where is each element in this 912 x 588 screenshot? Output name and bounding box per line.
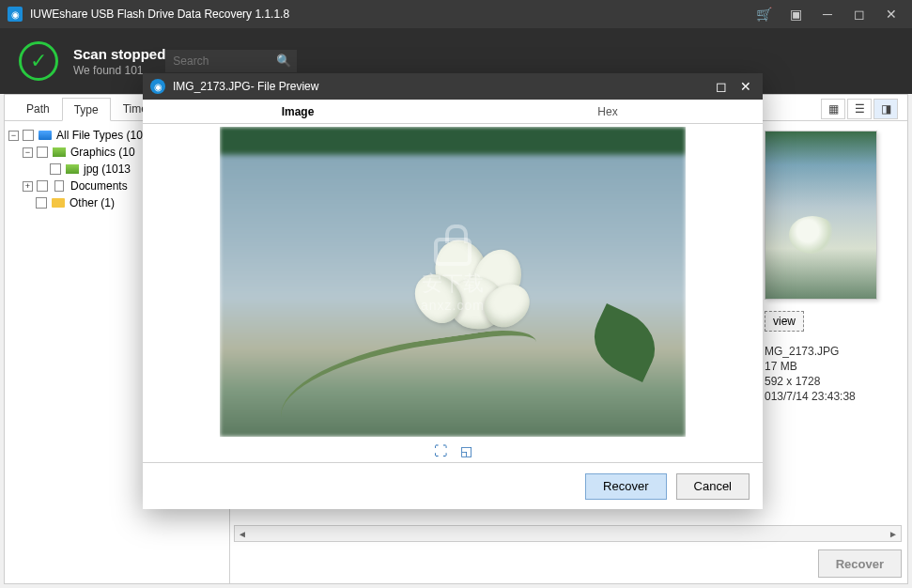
view-grid-button[interactable]: ▦ xyxy=(821,99,845,119)
view-mode-buttons: ▦ ☰ ◨ xyxy=(821,99,898,119)
tree-collapse-root[interactable]: − xyxy=(8,131,19,141)
dialog-app-icon: ◉ xyxy=(150,79,165,94)
tab-hex[interactable]: Hex xyxy=(453,100,763,123)
document-icon xyxy=(52,179,67,193)
detail-dimensions: 592 x 1728 xyxy=(765,375,900,388)
horizontal-scrollbar[interactable]: ◄ ► xyxy=(234,525,902,542)
image-icon xyxy=(52,146,67,159)
scroll-right-icon[interactable]: ► xyxy=(886,529,901,539)
close-button[interactable]: ✕ xyxy=(884,7,899,22)
scroll-left-icon[interactable]: ◄ xyxy=(235,529,250,539)
dialog-footer: Recover Cancel xyxy=(143,462,763,509)
tree-checkbox-documents[interactable] xyxy=(37,180,48,192)
dialog-title-bar: ◉ IMG_2173.JPG- File Preview ◻ ✕ xyxy=(143,73,763,100)
detail-filename: MG_2173.JPG xyxy=(765,345,900,358)
preview-tabs: Image Hex xyxy=(143,100,763,124)
detail-filesize: 17 MB xyxy=(765,360,900,373)
tree-collapse-graphics[interactable]: − xyxy=(23,147,33,158)
register-icon[interactable]: ▣ xyxy=(788,7,803,22)
tab-path[interactable]: Path xyxy=(14,97,62,120)
tab-type[interactable]: Type xyxy=(62,98,111,121)
tree-expand-documents[interactable]: + xyxy=(23,181,33,192)
view-detail-button[interactable]: ◨ xyxy=(873,99,898,119)
status-title: Scan stopped xyxy=(73,46,165,62)
cart-icon[interactable]: 🛒 xyxy=(756,7,771,22)
preview-button[interactable]: view xyxy=(765,311,804,332)
preview-image: 安下载 anxz.com xyxy=(220,127,686,437)
dialog-maximize-button[interactable]: ◻ xyxy=(712,79,731,94)
tree-checkbox-jpg[interactable] xyxy=(50,163,61,175)
dialog-recover-button[interactable]: Recover xyxy=(585,473,666,500)
detail-panel: view MG_2173.JPG 17 MB 592 x 1728 013/7/… xyxy=(757,121,907,536)
folder-icon xyxy=(51,196,66,209)
scroll-track[interactable] xyxy=(250,527,886,540)
actual-size-icon[interactable]: ◱ xyxy=(460,443,472,458)
tree-documents-label[interactable]: Documents xyxy=(70,179,128,193)
tree-checkbox-root[interactable] xyxy=(23,130,34,141)
recover-main-button[interactable]: Recover xyxy=(818,549,902,578)
tree-checkbox-graphics[interactable] xyxy=(37,147,48,158)
monitor-icon xyxy=(38,129,53,142)
app-icon: ◉ xyxy=(8,7,23,22)
title-bar: ◉ IUWEshare USB Flash Drive Data Recover… xyxy=(0,0,912,28)
search-icon[interactable]: 🔍 xyxy=(276,54,291,68)
image-icon xyxy=(65,162,80,176)
tree-jpg-label[interactable]: jpg (1013 xyxy=(84,162,131,176)
tree-checkbox-other[interactable] xyxy=(36,197,47,209)
status-check-icon: ✓ xyxy=(19,41,58,81)
dialog-cancel-button[interactable]: Cancel xyxy=(676,473,750,500)
dialog-title: IMG_2173.JPG- File Preview xyxy=(173,80,706,93)
minimize-button[interactable]: ─ xyxy=(820,7,835,22)
preview-body: 安下载 anxz.com xyxy=(143,124,763,440)
search-wrap: 🔍 xyxy=(165,50,297,72)
maximize-button[interactable]: ◻ xyxy=(852,7,867,22)
tab-image[interactable]: Image xyxy=(143,100,453,123)
app-title: IUWEshare USB Flash Drive Data Recovery … xyxy=(30,8,756,21)
tree-root-label[interactable]: All File Types (10 xyxy=(56,129,143,142)
dialog-close-button[interactable]: ✕ xyxy=(736,79,755,94)
preview-toolbar: ⛶ ◱ xyxy=(143,440,763,462)
detail-datetime: 013/7/14 23:43:38 xyxy=(765,390,900,403)
detail-thumbnail[interactable] xyxy=(765,131,877,300)
file-preview-dialog: ◉ IMG_2173.JPG- File Preview ◻ ✕ Image H… xyxy=(143,73,763,509)
tree-graphics-label[interactable]: Graphics (10 xyxy=(70,146,135,159)
view-list-button[interactable]: ☰ xyxy=(847,99,872,119)
tree-other-label[interactable]: Other (1) xyxy=(70,196,115,209)
fit-to-window-icon[interactable]: ⛶ xyxy=(434,443,447,458)
